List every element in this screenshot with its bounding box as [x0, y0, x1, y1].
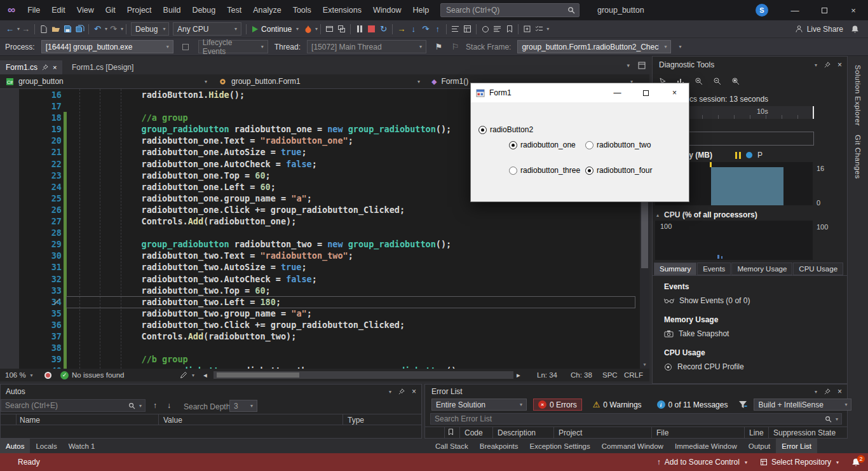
save-all-icon[interactable] [74, 22, 86, 36]
code-cleanup-icon[interactable] [44, 369, 51, 381]
code-line-35[interactable]: 35 radiobutton_two.group_name = "a"; [0, 308, 649, 319]
side-tab-git-changes[interactable]: Git Changes [854, 135, 862, 179]
editor-horizontal-scrollbar[interactable] [214, 371, 513, 379]
quick-actions-icon[interactable] [53, 298, 60, 305]
step-into-icon[interactable]: ↓ [407, 22, 419, 36]
record-cpu-profile-link[interactable]: Record CPU Profile [664, 362, 744, 371]
save-icon[interactable] [62, 22, 74, 36]
tab-list-chevron[interactable]: ▾ [627, 62, 630, 69]
restart-icon[interactable]: ↻ [377, 22, 390, 36]
form1-maximize-button[interactable] [632, 83, 660, 102]
output-window-icon[interactable] [491, 22, 503, 36]
menu-build[interactable]: Build [158, 0, 187, 20]
hot-reload-chevron[interactable]: ▾ [315, 26, 318, 32]
redo-icon[interactable]: ↷ [107, 22, 119, 36]
close-tab-icon[interactable]: × [53, 64, 57, 71]
select-repository-button[interactable]: Select Repository ▾ [760, 458, 839, 467]
column-type[interactable]: Type [348, 416, 364, 425]
column-file[interactable]: File [656, 428, 668, 437]
tab-exception-settings[interactable]: Exception Settings [524, 439, 596, 453]
radio-radiobutton-two[interactable]: radiobutton_two [585, 140, 651, 149]
feedback-bell-icon[interactable] [851, 25, 859, 34]
tab-cpu-usage[interactable]: CPU Usage [793, 263, 843, 275]
close-icon[interactable]: × [837, 387, 842, 396]
tab-output[interactable]: Output [743, 439, 776, 453]
close-button[interactable]: × [839, 0, 868, 20]
autos-search-box[interactable]: ▾ [1, 399, 146, 412]
form1-app-window[interactable]: Form1 — × radioButton2 radiobutton_one r… [470, 83, 689, 202]
menu-extensions[interactable]: Extensions [317, 0, 367, 20]
zoom-in-icon[interactable] [695, 77, 703, 85]
tab-autos[interactable]: Autos [0, 439, 30, 453]
tab-error-list[interactable]: Error List [776, 439, 817, 453]
lifecycle-events-dropdown[interactable]: Lifecycle Events▾ [198, 40, 268, 53]
stop-debugging-icon[interactable] [365, 22, 377, 36]
new-file-icon[interactable] [37, 22, 50, 36]
immediate-window-icon[interactable] [449, 22, 461, 36]
show-next-statement-icon[interactable]: → [395, 22, 407, 36]
menu-debug[interactable]: Debug [186, 0, 221, 20]
messages-filter-button[interactable]: i0 of 11 Messages [653, 399, 733, 411]
tab-locals[interactable]: Locals [30, 439, 62, 453]
navigate-back-icon[interactable]: ← [4, 22, 16, 36]
tab-form1-cs[interactable]: Form1.cs × [0, 60, 62, 74]
tab-watch-1[interactable]: Watch 1 [63, 439, 101, 453]
maximize-button[interactable] [810, 0, 839, 20]
tab-breakpoints[interactable]: Breakpoints [474, 439, 524, 453]
process-snapshot-icon[interactable] [180, 40, 192, 54]
cpu-graph[interactable]: 100 [655, 221, 813, 260]
zoom-out-icon[interactable] [713, 77, 721, 85]
form1-minimize-button[interactable]: — [603, 83, 632, 102]
flag-outline-icon[interactable]: ⚐ [449, 40, 461, 54]
pin-icon[interactable] [824, 62, 831, 68]
flag-threads-icon[interactable]: ⚑ [433, 40, 445, 54]
window-position-chevron[interactable]: ▾ [815, 62, 817, 68]
tab-events[interactable]: Events [697, 263, 731, 275]
step-over-icon[interactable]: ↷ [419, 22, 431, 36]
tab-form1-cs-design[interactable]: Form1.cs [Design] [66, 60, 139, 74]
expander-icon[interactable]: ▴ [656, 212, 659, 218]
column-value[interactable]: Value [163, 416, 182, 425]
menu-tools[interactable]: Tools [287, 0, 317, 20]
watch-window-icon[interactable] [461, 22, 473, 36]
menu-git[interactable]: Git [100, 0, 121, 20]
code-line-29[interactable]: 29 group_radiobutton radiobutton_two = n… [0, 238, 649, 250]
form1-close-button[interactable]: × [660, 83, 689, 102]
column-suppression-state[interactable]: Suppression State [773, 428, 836, 437]
code-line-38[interactable]: 38 [0, 342, 649, 353]
pin-icon[interactable] [398, 388, 405, 395]
warnings-filter-button[interactable]: ⚠0 Warnings [588, 399, 646, 411]
account-avatar[interactable]: S [756, 4, 768, 17]
window-layout-icon[interactable] [638, 62, 646, 69]
notifications-bell-icon[interactable]: 2 [851, 458, 860, 467]
column-name[interactable]: Name [20, 416, 40, 425]
edit-pencil-icon[interactable]: ▾ [180, 369, 194, 381]
quick-search-input[interactable] [441, 6, 567, 15]
browser-link-icon[interactable] [336, 22, 348, 36]
column-code[interactable]: Code [465, 428, 483, 437]
code-line-39[interactable]: 39 //b group [0, 353, 649, 365]
column-line[interactable]: Line [749, 428, 764, 437]
window-position-chevron[interactable]: ▾ [815, 389, 817, 395]
code-line-26[interactable]: 26 radiobutton_one.Click += group_radiob… [0, 204, 649, 215]
code-line-34[interactable]: 34 radiobutton_two.Left = 180; [0, 296, 649, 308]
take-snapshot-link[interactable]: Take Snapshot [664, 329, 729, 338]
pin-icon[interactable] [42, 64, 48, 71]
error-search-box[interactable]: ▾ [430, 413, 842, 425]
processbar-overflow-chevron[interactable]: ▾ [679, 44, 681, 50]
code-line-32[interactable]: 32 radiobutton_two.AutoCheck = false; [0, 273, 649, 285]
project-dropdown[interactable]: C# group_button▾ [0, 74, 213, 88]
code-line-37[interactable]: 37 Controls.Add(radiobutton_two); [0, 331, 649, 342]
close-icon[interactable]: × [837, 60, 842, 69]
errors-filter-button[interactable]: ×0 Errors [533, 399, 582, 411]
redo-chevron[interactable]: ▾ [121, 26, 123, 32]
minimize-button[interactable]: — [780, 0, 810, 20]
column-description[interactable]: Description [498, 428, 536, 437]
quick-search-box[interactable] [440, 3, 580, 17]
source-dropdown[interactable]: Build + IntelliSense▾ [754, 399, 851, 411]
filter-icon[interactable] [738, 400, 747, 409]
scroll-down-arrow-icon[interactable]: ▾ [640, 362, 649, 367]
menu-edit[interactable]: Edit [46, 0, 71, 20]
tab-summary[interactable]: Summary [654, 263, 696, 275]
break-all-icon[interactable] [353, 22, 365, 36]
